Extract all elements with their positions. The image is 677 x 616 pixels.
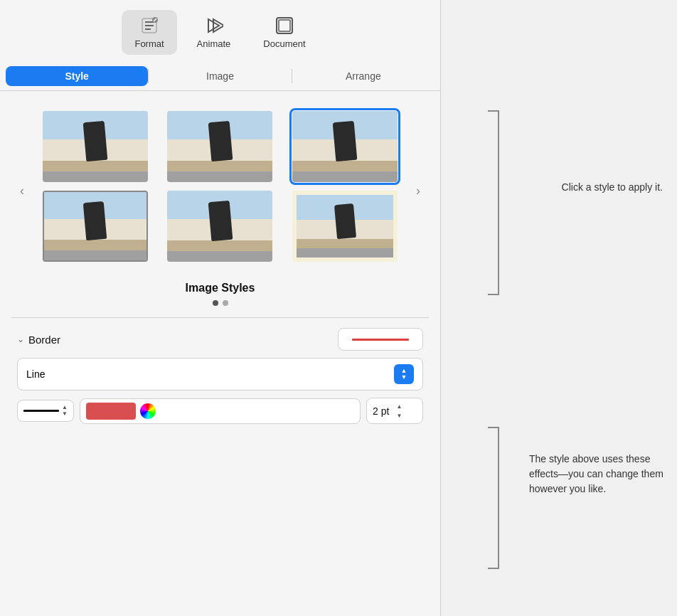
annotation-text-top: Click a style to apply it. (562, 181, 663, 193)
tab-arrange[interactable]: Arrange (292, 66, 435, 86)
line-style-arrows[interactable]: ▲ ▼ (62, 405, 68, 417)
styles-row-2 (33, 191, 407, 262)
animate-icon (203, 16, 223, 36)
svg-rect-9 (279, 20, 290, 31)
controls-row: ▲ ▼ 2 pt ▲ ▼ (17, 398, 423, 424)
document-button[interactable]: Document (250, 10, 318, 55)
pagination-dot-1[interactable] (213, 300, 218, 306)
line-type-value: Line (26, 368, 45, 380)
border-preview[interactable] (338, 328, 423, 351)
document-label: Document (263, 38, 305, 49)
divider (11, 317, 429, 318)
styles-nav: ‹ (11, 111, 429, 270)
border-section: ⌄ Border Line ▲ ▼ (11, 328, 429, 424)
format-label: Format (134, 38, 164, 49)
pagination-dot-2[interactable] (223, 300, 228, 306)
border-label: Border (28, 334, 60, 346)
dropdown-arrows-icon[interactable]: ▲ ▼ (394, 364, 414, 384)
pagination-dots (11, 300, 429, 306)
top-bracket (488, 110, 499, 295)
styles-grid (33, 111, 407, 270)
prev-arrow[interactable]: ‹ (11, 181, 33, 201)
document-icon (274, 16, 294, 36)
line-type-dropdown[interactable]: Line ▲ ▼ (17, 358, 423, 391)
style-thumb-2[interactable] (167, 111, 272, 182)
style-image-1 (43, 111, 148, 182)
styles-row-1 (33, 111, 407, 182)
dropdown-row: Line ▲ ▼ (17, 358, 423, 391)
animate-label: Animate (197, 38, 231, 49)
style-image-5 (167, 191, 272, 262)
style-thumb-3[interactable] (292, 111, 398, 182)
size-value: 2 pt (373, 405, 389, 417)
sidebar: Format Animate Document Style Image (0, 0, 441, 616)
style-thumb-6[interactable] (292, 191, 398, 262)
toolbar: Format Animate Document (0, 0, 440, 62)
size-decrement-button[interactable]: ▼ (393, 411, 405, 420)
size-stepper[interactable]: ▲ ▼ (393, 402, 405, 420)
style-thumb-4[interactable] (43, 191, 148, 262)
line-style-preview (23, 410, 59, 412)
content-area: ‹ (0, 91, 440, 424)
style-image-6 (297, 195, 393, 257)
size-control[interactable]: 2 pt ▲ ▼ (366, 398, 423, 424)
color-swatch (86, 403, 136, 420)
style-image-3 (292, 111, 398, 182)
format-button[interactable]: Format (122, 10, 176, 55)
format-icon (139, 16, 159, 36)
border-line-preview (352, 339, 409, 341)
style-thumb-5[interactable] (167, 191, 272, 262)
next-arrow[interactable]: › (407, 181, 429, 201)
border-label-group: ⌄ Border (17, 334, 60, 346)
line-style-down-icon: ▼ (62, 411, 68, 417)
style-image-2 (167, 111, 272, 182)
line-style-up-icon: ▲ (62, 405, 68, 410)
style-image-4 (44, 192, 146, 260)
annotation-text-bottom: The style above uses these effects—you c… (529, 452, 671, 496)
animate-button[interactable]: Animate (184, 10, 244, 55)
down-arrow-icon: ▼ (401, 374, 407, 381)
size-increment-button[interactable]: ▲ (393, 402, 405, 410)
color-wheel-icon[interactable] (140, 403, 156, 419)
tab-style[interactable]: Style (6, 66, 148, 86)
section-title: Image Styles (11, 282, 429, 294)
tab-image[interactable]: Image (149, 66, 291, 86)
chevron-down-icon: ⌄ (17, 334, 24, 344)
bottom-bracket (488, 427, 499, 569)
color-control[interactable] (80, 398, 361, 424)
annotation-area: Click a style to apply it. The style abo… (441, 0, 677, 616)
style-thumb-1[interactable] (43, 111, 148, 182)
line-style-select[interactable]: ▲ ▼ (17, 400, 74, 422)
tab-bar: Style Image Arrange (0, 62, 440, 91)
border-header: ⌄ Border (17, 328, 423, 351)
